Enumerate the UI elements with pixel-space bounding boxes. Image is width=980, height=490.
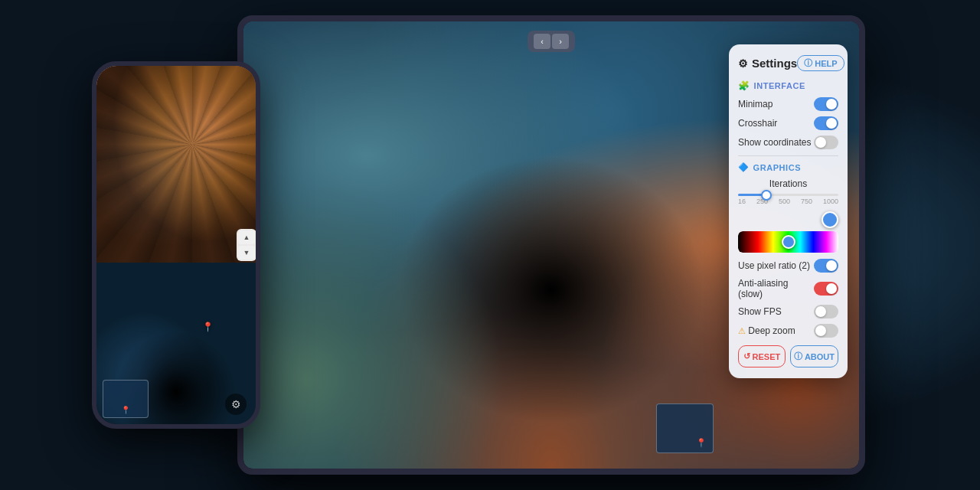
minimap-label: Minimap	[738, 99, 773, 109]
tablet-nav-prev-button[interactable]: ‹	[534, 34, 550, 49]
pixel-ratio-toggle-row: Use pixel ratio (2)	[738, 259, 838, 273]
color-bar-container	[738, 231, 838, 253]
phone-settings-icon[interactable]: ⚙	[225, 394, 247, 415]
pixel-ratio-toggle[interactable]	[814, 259, 838, 273]
show-fps-label: Show FPS	[738, 306, 782, 317]
phone-scroll-controls: ▲ ▼	[237, 229, 256, 261]
graphics-label-text: GRAPHICS	[753, 163, 801, 172]
tablet-nav-next-button[interactable]: ›	[552, 34, 569, 49]
interface-label-text: INTERFACE	[754, 81, 805, 90]
iterations-label: Iterations	[738, 178, 838, 189]
crosshair-label: Crosshair	[738, 118, 777, 129]
deep-zoom-toggle[interactable]	[814, 324, 838, 338]
iterations-slider-fill	[738, 194, 763, 196]
help-button[interactable]: ⓘ HELP	[797, 55, 844, 71]
section-divider	[738, 155, 838, 156]
color-bar-thumb[interactable]	[782, 235, 795, 249]
graphics-section-label: 🔷 GRAPHICS	[738, 162, 838, 172]
settings-title: ⚙ Settings	[738, 57, 797, 70]
phone-fractal-top	[96, 66, 256, 263]
show-fps-toggle[interactable]	[814, 305, 838, 318]
interface-section-label: 🧩 INTERFACE	[738, 80, 838, 91]
about-icon: ⓘ	[794, 351, 802, 362]
deep-zoom-label: ⚠ Deep zoom	[738, 325, 795, 336]
tick-1000: 1000	[823, 198, 838, 205]
pixel-ratio-label: Use pixel ratio (2)	[738, 260, 810, 271]
scroll-down-button[interactable]: ▼	[238, 246, 255, 260]
phone-fractal-bottom: ⚙ 📍	[96, 263, 256, 424]
scroll-up-button[interactable]: ▲	[238, 230, 255, 244]
bottom-buttons: ↺ RESET ⓘ ABOUT	[738, 345, 838, 368]
settings-title-text: Settings	[752, 57, 797, 70]
antialiasing-label: Anti-aliasing (slow)	[738, 278, 814, 299]
settings-panel: ⚙ Settings ⓘ HELP 🧩 INTERFACE Minimap	[729, 44, 848, 378]
phone-minimap	[103, 380, 149, 418]
graphics-icon: 🔷	[738, 162, 750, 172]
phone-device: ⚙ 📍 ▲ ▼	[92, 61, 260, 429]
crosshair-toggle-row: Crosshair	[738, 116, 838, 130]
about-button[interactable]: ⓘ ABOUT	[790, 345, 838, 368]
show-coords-toggle[interactable]	[814, 136, 838, 149]
tick-16: 16	[738, 198, 746, 205]
phone-marker: 📍	[202, 322, 214, 332]
iterations-slider-container: 16 250 500 750 1000	[738, 194, 838, 205]
settings-header: ⚙ Settings ⓘ HELP	[738, 55, 838, 71]
minimap-toggle-row: Minimap	[738, 97, 838, 111]
antialiasing-toggle[interactable]	[814, 282, 838, 296]
help-circle-icon: ⓘ	[804, 57, 812, 69]
tablet-navigation: ‹ ›	[528, 31, 575, 52]
deep-zoom-toggle-row: ⚠ Deep zoom	[738, 324, 838, 338]
show-coords-label: Show coordinates	[738, 137, 811, 148]
iterations-slider-thumb[interactable]	[761, 190, 772, 201]
tick-500: 500	[779, 198, 790, 205]
color-circle-container	[738, 211, 838, 228]
about-label: ABOUT	[805, 352, 835, 361]
color-circle-picker[interactable]	[822, 211, 838, 228]
tablet-device: ‹ › ⚙ Settings ⓘ HELP 🧩 INTERFACE	[237, 15, 865, 475]
warning-icon: ⚠	[738, 326, 746, 335]
settings-gear-icon: ⚙	[738, 57, 748, 70]
tick-750: 750	[801, 198, 812, 205]
deep-zoom-text: Deep zoom	[748, 325, 795, 336]
antialiasing-toggle-row: Anti-aliasing (slow)	[738, 278, 838, 299]
minimap-toggle[interactable]	[814, 97, 838, 111]
help-label: HELP	[815, 59, 837, 68]
show-coords-toggle-row: Show coordinates	[738, 136, 838, 149]
puzzle-icon: 🧩	[738, 80, 750, 91]
iterations-slider-ticks: 16 250 500 750 1000	[738, 198, 838, 205]
color-gradient-bar[interactable]	[738, 231, 838, 253]
phone-screen: ⚙ 📍 ▲ ▼	[96, 66, 256, 424]
reset-label: RESET	[753, 352, 781, 361]
reset-button[interactable]: ↺ RESET	[738, 345, 786, 368]
tablet-screen: ‹ › ⚙ Settings ⓘ HELP 🧩 INTERFACE	[243, 21, 859, 469]
crosshair-toggle[interactable]	[814, 116, 838, 130]
reset-icon: ↺	[743, 351, 750, 361]
show-fps-toggle-row: Show FPS	[738, 305, 838, 318]
tablet-minimap	[656, 403, 714, 453]
iterations-slider-track	[738, 194, 838, 196]
